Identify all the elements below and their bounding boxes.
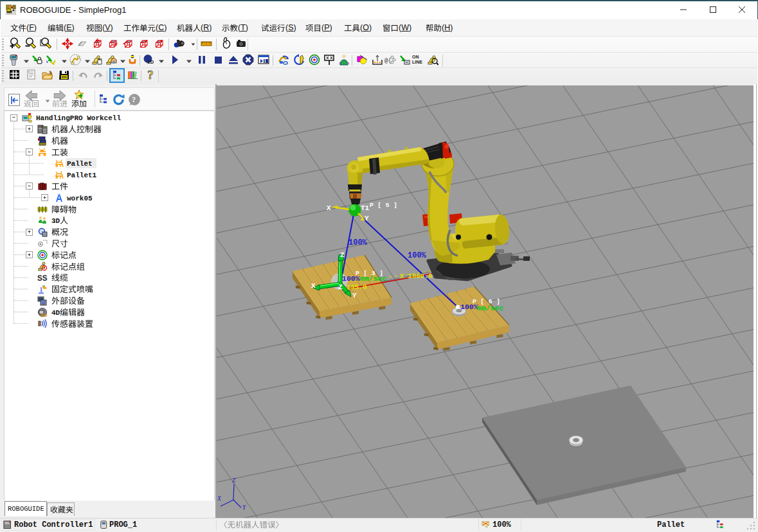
svg-text:X: X bbox=[327, 204, 331, 212]
svg-text:SS: SS bbox=[37, 274, 48, 283]
svg-text:X: X bbox=[217, 495, 222, 502]
svg-text:X 1800.0: X 1800.0 bbox=[400, 272, 432, 280]
svg-text:P [ 5 ]: P [ 5 ] bbox=[370, 202, 397, 209]
svg-text:Z: Z bbox=[338, 283, 343, 291]
svg-text:T1: T1 bbox=[361, 204, 370, 212]
svg-text:100%: 100% bbox=[408, 251, 427, 260]
svg-text:mm/sec: mm/sec bbox=[360, 274, 387, 283]
svg-text:Z: Z bbox=[232, 477, 236, 484]
svg-text:135.0: 135.0 bbox=[347, 283, 367, 291]
svg-text:Z: Z bbox=[340, 251, 345, 259]
svg-text:4D: 4D bbox=[41, 312, 47, 317]
svg-text:100%: 100% bbox=[460, 303, 478, 311]
svg-text:@{: @{ bbox=[384, 58, 392, 64]
svg-text:Y: Y bbox=[352, 292, 357, 299]
svg-text:100%: 100% bbox=[342, 274, 360, 283]
svg-text:?: ? bbox=[147, 68, 153, 81]
svg-text:100%: 100% bbox=[348, 238, 368, 247]
svg-text:X: X bbox=[311, 282, 316, 290]
svg-text:2D: 2D bbox=[148, 59, 154, 65]
svg-text:mm/sec: mm/sec bbox=[477, 304, 504, 312]
svg-text:Y: Y bbox=[365, 215, 369, 222]
